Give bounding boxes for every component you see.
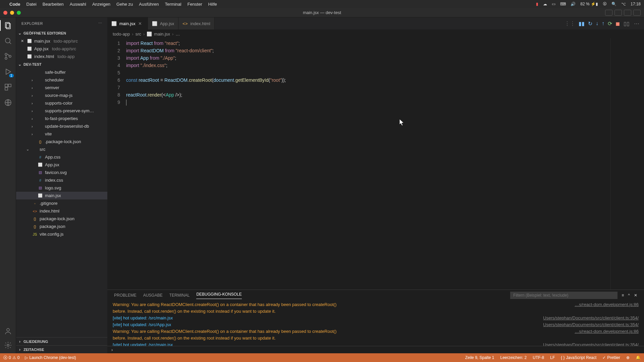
debug-step-over-icon[interactable]: ↻ <box>588 20 592 27</box>
status-battery[interactable]: 82 % ⚡▮ <box>580 2 598 6</box>
menu-window[interactable]: Fenster <box>187 2 202 7</box>
file-item[interactable]: #index.css <box>16 176 107 184</box>
status-language[interactable]: { } JavaScript React <box>561 355 596 360</box>
activity-search-icon[interactable] <box>3 36 13 46</box>
debug-console-output[interactable]: Warning: You are calling ReactDOMClient.… <box>107 301 644 346</box>
file-item[interactable]: #App.css <box>16 153 107 161</box>
console-source-link[interactable]: …s/react-dom.development.js:86 <box>575 301 639 308</box>
minimap[interactable] <box>610 38 644 290</box>
split-editor-icon[interactable]: ▯▯ <box>623 20 630 27</box>
layout-custom-icon[interactable] <box>633 10 641 16</box>
status-feedback-icon[interactable]: ⊕ <box>626 355 630 360</box>
activity-scm-icon[interactable] <box>3 52 13 61</box>
status-encoding[interactable]: UTF-8 <box>533 355 544 360</box>
status-cursor-pos[interactable]: Zeile 9, Spalte 1 <box>465 355 494 360</box>
console-source-link[interactable]: …s/react-dom.development.js:86 <box>575 328 639 335</box>
layout-panel-icon[interactable] <box>614 10 622 16</box>
app-name[interactable]: Code <box>9 2 20 7</box>
menu-run[interactable]: Ausführen <box>139 2 159 7</box>
code-editor[interactable]: 123456789 import React from "react"; imp… <box>107 38 644 290</box>
file-item[interactable]: safe-buffer <box>16 68 107 76</box>
window-zoom-button[interactable] <box>17 11 21 15</box>
panel-tab-terminal[interactable]: TERMINAL <box>169 293 190 298</box>
editor-tab[interactable]: ⬜App.jsx <box>148 17 179 29</box>
panel-tab-debug-console[interactable]: DEBUGGING-KONSOLE <box>196 292 241 299</box>
folder-item[interactable]: ›update-browserslist-db <box>16 122 107 130</box>
layout-primary-icon[interactable] <box>605 10 612 16</box>
menu-terminal[interactable]: Terminal <box>165 2 181 7</box>
status-recording-icon[interactable]: ▮ <box>536 2 538 6</box>
console-source-link[interactable]: Users/stephan/Documents/src/client/clien… <box>543 321 639 328</box>
file-item[interactable]: ◦.gitignore <box>16 199 107 207</box>
panel-filter-input[interactable] <box>510 292 618 299</box>
editor-tab[interactable]: <>index.html <box>178 17 214 29</box>
status-prettier[interactable]: ✓ Prettier <box>602 355 620 360</box>
status-control-center-icon[interactable]: ⌥ <box>621 2 626 6</box>
status-debug-target[interactable]: ▷ Launch Chrome (dev-test) <box>25 355 76 360</box>
folder-item[interactable]: ›vite <box>16 130 107 138</box>
activity-remote-icon[interactable] <box>3 98 13 107</box>
file-item[interactable]: <>index.html <box>16 207 107 215</box>
folder-item[interactable]: ›supports-color <box>16 99 107 107</box>
timeline-section[interactable]: › ZEITACHSE <box>16 345 107 353</box>
panel-settings-icon[interactable]: ≡ <box>622 293 624 298</box>
folder-item[interactable]: ⌄src <box>16 145 107 153</box>
console-source-link[interactable]: Users/stephan/Documents/src/client/clien… <box>543 342 639 346</box>
workspace-section[interactable]: ⌄ DEV-TEST <box>16 60 107 68</box>
debug-console-input[interactable]: › <box>107 346 644 353</box>
activity-account-icon[interactable] <box>3 326 13 336</box>
editor-tab[interactable]: ⬜main.jsx✕ <box>107 17 148 29</box>
status-volume-icon[interactable]: 🔊 <box>571 2 576 6</box>
folder-item[interactable]: ›to-fast-properties <box>16 115 107 122</box>
status-bluetooth-icon[interactable]: ⌨ <box>560 2 566 6</box>
panel-tab-output[interactable]: AUSGABE <box>143 293 163 298</box>
layout-secondary-icon[interactable] <box>624 10 631 16</box>
file-item[interactable]: ▧favicon.svg <box>16 169 107 176</box>
status-bell-icon[interactable]: 🔔 <box>636 355 641 360</box>
status-errors[interactable]: ⓧ 0 ⚠ 0 <box>3 355 19 361</box>
status-search-icon[interactable]: 🔍 <box>611 2 616 6</box>
menu-help[interactable]: Hilfe <box>208 2 217 7</box>
file-item[interactable]: ⬜main.jsx <box>16 192 107 199</box>
folder-item[interactable]: ›source-map-js <box>16 92 107 99</box>
debug-restart-icon[interactable]: ⟳ <box>608 20 612 27</box>
breadcrumb[interactable]: todo-app› src› ⬜main.jsx› … <box>107 29 644 38</box>
debug-step-into-icon[interactable]: ↓ <box>596 20 598 26</box>
open-editor-item[interactable]: ⬜App.jsxtodo-app/src <box>16 45 107 53</box>
activity-extensions-icon[interactable] <box>3 82 13 92</box>
file-item[interactable]: {}.package-lock.json <box>16 138 107 145</box>
activity-debug-icon[interactable]: 1 <box>3 67 13 76</box>
file-item[interactable]: ▧logo.svg <box>16 184 107 192</box>
panel-tab-problems[interactable]: PROBLEME <box>114 293 137 298</box>
file-item[interactable]: {}package-lock.json <box>16 215 107 223</box>
menu-selection[interactable]: Auswahl <box>70 2 86 7</box>
menu-view[interactable]: Anzeigen <box>92 2 110 7</box>
editor-more-icon[interactable]: ⋯ <box>633 20 640 27</box>
explorer-more-icon[interactable]: ⋯ <box>98 21 102 25</box>
activity-explorer-icon[interactable] <box>3 21 13 30</box>
panel-maximize-icon[interactable]: ^ <box>628 293 630 298</box>
file-item[interactable]: JSvite.config.js <box>16 230 107 238</box>
status-cloud-icon[interactable]: ☁ <box>543 2 547 6</box>
status-time[interactable]: 17:18 <box>631 2 641 6</box>
status-display-icon[interactable]: ▭ <box>552 2 555 6</box>
file-item[interactable]: ⬜App.jsx <box>16 161 107 169</box>
menu-go[interactable]: Gehe zu <box>116 2 133 7</box>
folder-item[interactable]: ›scheduler <box>16 76 107 84</box>
debug-step-out-icon[interactable]: ↑ <box>602 20 604 26</box>
debug-pause-icon[interactable]: ▮▮ <box>579 20 585 27</box>
menu-file[interactable]: Datei <box>26 2 37 7</box>
menu-edit[interactable]: Bearbeiten <box>43 2 64 7</box>
folder-item[interactable]: ›semver <box>16 84 107 92</box>
panel-close-icon[interactable]: ✕ <box>634 293 637 298</box>
console-source-link[interactable]: Users/stephan/Documents/src/client/clien… <box>543 315 639 321</box>
debug-drag-icon[interactable]: ⋮⋮ <box>565 20 575 27</box>
open-editor-item[interactable]: ⬜index.htmltodo-app <box>16 53 107 60</box>
activity-settings-icon[interactable] <box>3 341 13 350</box>
open-editor-item[interactable]: ✕⬜main.jsxtodo-app/src <box>16 37 107 45</box>
outline-section[interactable]: › GLIEDERUNG <box>16 337 107 345</box>
debug-stop-icon[interactable]: ◼ <box>615 20 620 27</box>
file-item[interactable]: {}package.json <box>16 223 107 230</box>
window-minimize-button[interactable] <box>10 11 14 15</box>
status-indent[interactable]: Leerzeichen: 2 <box>500 355 527 360</box>
